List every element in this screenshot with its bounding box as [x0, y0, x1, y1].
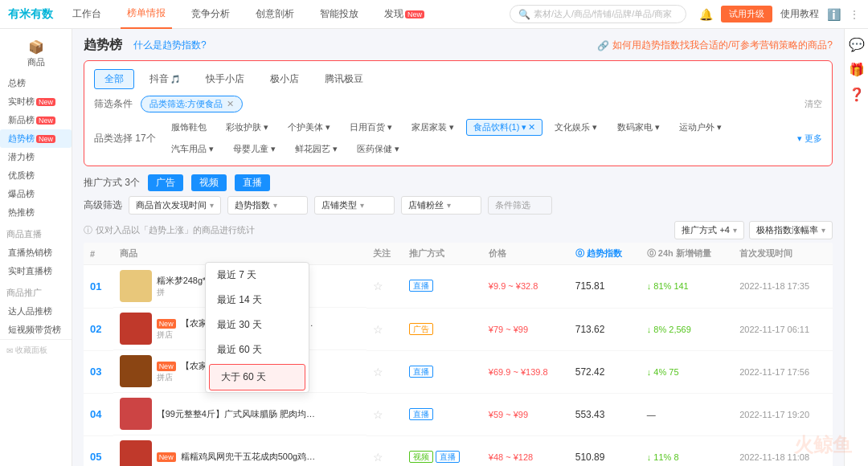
table-row: 05 New 糯糯鸡凤网兜干五花成肉500g鸡凤肉 腌晒农家土特产烹饪料 ☆视频… — [84, 435, 833, 466]
bookmark-icon[interactable]: ☆ — [373, 451, 383, 464]
table-header: # 商品 关注 推广方式 价格 ⓪ 趋势指数 ⓪ 24h 新增销量 首次发现时间 — [84, 243, 833, 265]
more-categories-link[interactable]: ▾ 更多 — [797, 133, 822, 145]
sidebar-item-hot[interactable]: 爆品榜 — [0, 185, 72, 203]
cat-flowers[interactable]: 鲜花园艺 ▾ — [288, 141, 345, 157]
col-follow: 关注 — [366, 243, 403, 265]
trial-upgrade-button[interactable]: 试用升级 — [721, 6, 772, 22]
cat-daily[interactable]: 日用百货 ▾ — [342, 119, 399, 136]
time-select[interactable]: 商品首次发现时间 ▾ — [129, 196, 221, 215]
sidebar-item-newproduct[interactable]: 新品榜 New — [0, 111, 72, 129]
trend-change-filter[interactable]: 极格指数涨幅率 ▾ — [749, 221, 833, 239]
cell-rank: 05 — [84, 435, 113, 466]
menu-icon[interactable]: ⋮ — [849, 8, 860, 21]
tab-tencent[interactable]: 腾讯极豆 — [314, 69, 374, 89]
cat-clothing[interactable]: 服饰鞋包 — [164, 119, 214, 136]
bookmark-icon[interactable]: ☆ — [373, 366, 383, 378]
sidebar-item-live-realtime[interactable]: 实时直播榜 — [0, 262, 72, 280]
cat-culture[interactable]: 文化娱乐 ▾ — [547, 119, 604, 136]
cat-digital[interactable]: 数码家电 ▾ — [610, 119, 667, 136]
search-box[interactable]: 🔍 素材/达人/商品/情铺/品牌/单品/商家 — [510, 5, 686, 23]
advanced-filter-row: 高级筛选 商品首次发现时间 ▾ 趋势指数 ▾ 店铺类型 ▾ 店铺粉丝 ▾ 条件筛… — [84, 196, 833, 215]
remove-filter-icon[interactable]: ✕ — [227, 99, 234, 109]
sidebar-item-realtime[interactable]: 实时榜 New — [0, 92, 72, 111]
sidebar-item-potential[interactable]: 潜力榜 — [0, 148, 72, 166]
left-sidebar: 📦 商品 总榜 实时榜 New 新品榜 New 趋势榜 New 潜力榜 优质榜 … — [0, 29, 72, 466]
sidebar-item-total[interactable]: 总榜 — [0, 74, 72, 92]
promo-tab-live[interactable]: 直播 — [235, 174, 270, 191]
bookmark-icon[interactable]: ☆ — [373, 408, 383, 421]
right-icon-1[interactable]: 💬 — [849, 37, 865, 52]
page-subtitle-link[interactable]: 什么是趋势指数? — [133, 39, 207, 52]
bookmark-icon[interactable]: ☆ — [373, 323, 383, 336]
sidebar-item-trend[interactable]: 趋势榜 New — [0, 129, 72, 148]
cell-rank: 04 — [84, 393, 113, 435]
tab-kuaishou[interactable]: 快手小店 — [195, 69, 255, 89]
right-sidebar: 💬 🎁 ❓ — [844, 29, 868, 466]
sidebar-item-kol[interactable]: 达人品推榜 — [0, 302, 72, 321]
cell-trend: ↓ 11% 8 — [641, 435, 734, 466]
promo-tab-ad[interactable]: 广告 — [148, 174, 183, 191]
sidebar-label: 商品 — [27, 56, 45, 68]
right-icon-3[interactable]: ❓ — [849, 87, 865, 102]
bookmark-icon[interactable]: ☆ — [373, 280, 383, 292]
right-icon-2[interactable]: 🎁 — [849, 62, 865, 77]
nav-creative[interactable]: 创意剖析 — [249, 0, 301, 29]
top-navigation: 有米有数 工作台 榜单情报 竞争分析 创意剖析 智能投放 发现 New 🔍 素材… — [0, 0, 868, 29]
clear-filter-link[interactable]: 清空 — [805, 98, 822, 110]
page-hint[interactable]: 🔗 如何用趋势指数找我合适的/可参考营销策略的商品? — [597, 39, 833, 52]
info-icon[interactable]: ℹ️ — [827, 8, 841, 21]
cell-promo: 广告 — [403, 308, 482, 350]
dropdown-item-7days[interactable]: 最近 7 天 — [206, 263, 309, 288]
dropdown-item-14days[interactable]: 最近 14 天 — [206, 288, 309, 313]
cat-baby[interactable]: 母婴儿童 ▾ — [226, 141, 283, 157]
nav-ranking[interactable]: 榜单情报 — [121, 0, 172, 29]
chevron-down-icon-4: ▾ — [447, 201, 451, 210]
sidebar-item-video[interactable]: 短视频带货榜 — [0, 321, 72, 339]
guide-link[interactable]: 使用教程 — [780, 7, 819, 21]
nav-workbench[interactable]: 工作台 — [66, 0, 108, 29]
nav-competition[interactable]: 竞争分析 — [185, 0, 236, 29]
tab-jidianshop[interactable]: 极小店 — [260, 69, 309, 89]
cell-trend: — — [641, 393, 734, 435]
cat-health[interactable]: 医药保健 ▾ — [350, 141, 407, 157]
promo-tab-video[interactable]: 视频 — [191, 174, 227, 191]
category-filter-label: 品类选择 17个 — [94, 132, 156, 145]
sidebar-item-goods[interactable]: 📦 商品 — [3, 35, 68, 73]
col-sales: ⓪ 24h 新增销量 — [641, 243, 734, 265]
cell-follow: ☆ — [366, 435, 403, 466]
product-info: 【99元整整4斤】广式风味腊肠 肥肉均匀 咸香可口 鲜美细腻 腊情 — [157, 408, 317, 420]
cat-auto[interactable]: 汽车用品 ▾ — [164, 141, 221, 157]
cell-product: New 糯糯鸡凤网兜干五花成肉500g鸡凤肉 腌晒农家土特产烹饪料 — [113, 435, 366, 466]
shop-type-select[interactable]: 店铺类型 ▾ — [314, 196, 395, 215]
sidebar-item-quality[interactable]: 优质榜 — [0, 166, 72, 185]
cell-follow: ☆ — [366, 350, 403, 393]
cat-home[interactable]: 家居家装 ▾ — [404, 119, 461, 136]
chevron-icon-trend: ▾ — [821, 226, 825, 235]
trend-select[interactable]: 趋势指数 ▾ — [227, 196, 308, 215]
cat-cosmetics[interactable]: 彩妆护肤 ▾ — [219, 119, 276, 136]
sidebar-item-hotpush[interactable]: 热推榜 — [0, 203, 72, 222]
category-filter-tag[interactable]: 品类筛选:方便食品 ✕ — [141, 96, 243, 112]
cell-product: 【99元整整4斤】广式风味腊肠 肥肉均匀 咸香可口 鲜美细腻 腊情 — [113, 393, 366, 435]
shop-fans-select[interactable]: 店铺粉丝 ▾ — [401, 196, 481, 215]
nav-smart[interactable]: 智能投放 — [313, 0, 365, 29]
dropdown-item-over60[interactable]: 大于 60 天 — [209, 364, 305, 390]
tab-douyin[interactable]: 抖音 🎵 — [139, 69, 190, 89]
feedback-link[interactable]: ✉收藏面板 — [0, 339, 72, 361]
cat-food[interactable]: 食品饮料(1) ▾ ✕ — [466, 119, 543, 136]
cat-personal[interactable]: 个护美体 ▾ — [280, 119, 338, 136]
dropdown-item-30days[interactable]: 最近 30 天 — [206, 313, 309, 337]
nav-discover[interactable]: 发现 New — [378, 0, 431, 29]
cell-trend: ↓ 8% 2,569 — [641, 308, 734, 350]
bell-icon[interactable]: 🔔 — [699, 8, 713, 21]
cell-score: 510.89 — [569, 435, 641, 466]
platform-tabs: 全部 抖音 🎵 快手小店 极小店 腾讯极豆 — [94, 69, 374, 89]
promo-type-filter[interactable]: 推广方式 +4 ▾ — [674, 221, 744, 239]
dropdown-item-60days[interactable]: 最近 60 天 — [206, 337, 309, 362]
cell-price: ¥69.9 ~ ¥139.8 — [482, 350, 569, 393]
cat-sports[interactable]: 运动户外 ▾ — [672, 119, 729, 136]
cell-score: 572.42 — [569, 350, 641, 393]
tab-all[interactable]: 全部 — [94, 69, 134, 89]
condition-input[interactable]: 条件筛选 — [488, 196, 552, 215]
sidebar-item-live-hot[interactable]: 直播热销榜 — [0, 243, 72, 262]
